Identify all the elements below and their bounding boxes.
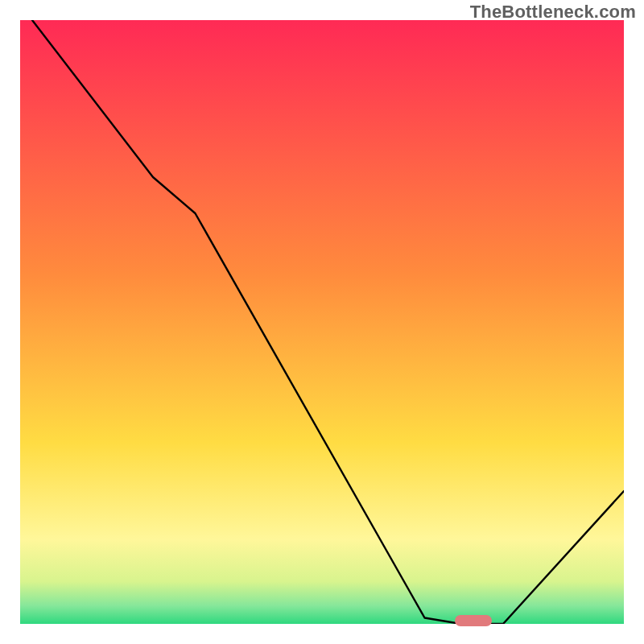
optimum-marker <box>455 615 492 626</box>
chart-stage: TheBottleneck.com <box>0 0 644 644</box>
plot-svg <box>20 20 624 624</box>
plot-area <box>20 20 624 624</box>
gradient-background <box>20 20 624 624</box>
